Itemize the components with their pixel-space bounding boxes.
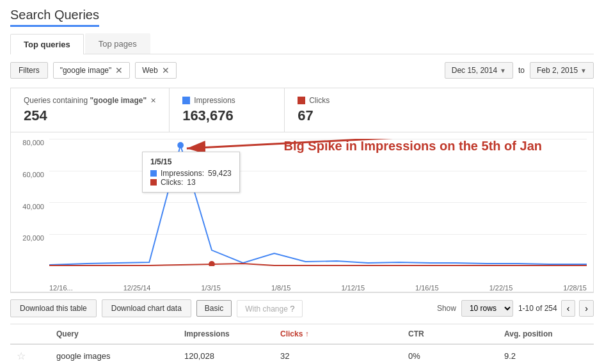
ctr-cell-1: 0% [402,344,498,364]
filter-tag-google-image: "google image" ✕ [53,62,131,79]
metric-queries: Queries containing "google image" ✕ 254 [11,88,170,132]
filter-tag-web-label: Web [142,66,157,75]
clicks-label: Clicks [309,96,330,105]
clicks-legend-dot [298,97,305,104]
table-row: ☆ google images 120,028 32 0% 9.2 [10,344,594,364]
data-table: Query Impressions Clicks ↑ CTR Avg. posi… [10,324,594,364]
impressions-spike-dot [177,142,184,148]
th-avg-position[interactable]: Avg. position [498,324,594,344]
download-table-button[interactable]: Download this table [10,299,97,317]
tooltip-impressions-dot [150,170,157,177]
x-axis: 12/16... 12/25/14 1/3/15 1/8/15 1/12/15 … [49,281,587,292]
filters-button[interactable]: Filters [10,62,48,79]
basic-button[interactable]: Basic [196,300,232,317]
pagination-text: 1-10 of 254 [518,304,557,313]
filter-tag-web-close[interactable]: ✕ [162,65,170,75]
date-to-button[interactable]: Feb 2, 2015 ▼ [530,62,594,79]
star-cell-1: ☆ [10,344,50,364]
chart-area: 1/5/15 Impressions: 59,423 Clicks: 13 [49,139,587,266]
chart-tooltip: 1/5/15 Impressions: 59,423 Clicks: 13 [142,152,240,193]
tooltip-impressions-row: Impressions: 59,423 [150,169,232,178]
y-label-80k: 80,000 [11,139,44,146]
show-label: Show [437,304,456,313]
y-label-60k: 60,000 [11,171,44,178]
impressions-label: Impressions [194,96,235,105]
date-from-label: Dec 15, 2014 [452,66,497,75]
with-change-button[interactable]: With change ? [237,300,303,317]
annotation-arrow [187,139,437,148]
x-label-6: 1/16/15 [415,284,439,292]
chart-svg [49,139,587,266]
y-label-40k: 40,000 [11,203,44,210]
help-icon[interactable]: ? [290,304,294,313]
x-label-5: 1/12/15 [341,284,365,292]
impressions-line [49,145,587,265]
th-clicks[interactable]: Clicks ↑ [274,324,402,344]
clicks-value: 67 [298,107,387,124]
tooltip-clicks-value: 13 [187,178,195,187]
star-icon-1[interactable]: ☆ [17,351,26,361]
tooltip-impressions-label: Impressions: [161,169,204,178]
page-title: Search Queries [10,8,99,27]
clicks-spike-dot [209,261,215,266]
date-from-arrow: ▼ [500,67,506,74]
date-to-label: Feb 2, 2015 [537,66,578,75]
queries-value: 254 [24,107,156,124]
metric-clicks: Clicks 67 [285,88,400,132]
x-label-3: 1/3/15 [201,284,221,292]
tab-top-pages[interactable]: Top pages [85,33,150,54]
date-from-button[interactable]: Dec 15, 2014 ▼ [445,62,513,79]
clicks-cell-1: 32 [274,344,402,364]
chart-container: Big Spike in Impressions on the 5th of J… [10,132,594,292]
tooltip-clicks-dot [150,179,157,186]
x-label-2: 12/25/14 [123,284,151,292]
x-label-4: 1/8/15 [271,284,291,292]
impressions-cell-1: 120,028 [178,344,274,364]
date-range: Dec 15, 2014 ▼ to Feb 2, 2015 ▼ [445,62,594,79]
filter-tag-google-image-close[interactable]: ✕ [115,65,123,75]
tabs: Top queries Top pages [10,33,594,54]
metrics-row: Queries containing "google image" ✕ 254 … [10,88,594,132]
toolbar: Filters "google image" ✕ Web ✕ Dec 15, 2… [10,62,594,79]
date-to-arrow: ▼ [580,67,587,74]
position-cell-1: 9.2 [498,344,594,364]
y-axis: 80,000 60,000 40,000 20,000 [11,139,48,266]
date-to-separator: to [518,66,525,75]
tooltip-impressions-value: 59,423 [208,169,232,178]
impressions-value: 163,676 [182,107,271,124]
with-change-label: With change [245,305,288,313]
bottom-toolbar: Download this table Download chart data … [10,292,594,324]
th-query[interactable]: Query [50,324,178,344]
filter-tag-google-image-label: "google image" [60,66,112,75]
tooltip-clicks-label: Clicks: [161,178,183,187]
th-star [10,324,50,344]
th-ctr[interactable]: CTR [402,324,498,344]
next-page-button[interactable]: › [579,300,594,317]
query-cell-1: google images [50,344,178,364]
prev-page-button[interactable]: ‹ [561,300,576,317]
queries-label: Queries containing "google image" [24,96,147,105]
tab-top-queries[interactable]: Top queries [10,34,84,54]
download-chart-button[interactable]: Download chart data [102,299,191,317]
x-label-8: 1/28/15 [563,284,587,292]
rows-select[interactable]: 10 rows 25 rows 50 rows [461,300,513,317]
tooltip-clicks-row: Clicks: 13 [150,178,232,187]
y-label-20k: 20,000 [11,234,44,242]
metric-impressions: Impressions 163,676 [170,88,285,132]
pagination: 1-10 of 254 ‹ › [518,300,594,317]
x-label-1: 12/16... [49,284,73,292]
table-header-row: Query Impressions Clicks ↑ CTR Avg. posi… [10,324,594,344]
tooltip-date: 1/5/15 [150,157,232,166]
impressions-legend-dot [182,97,190,104]
th-impressions[interactable]: Impressions [178,324,274,344]
x-label-7: 1/22/15 [489,284,513,292]
filter-tag-web: Web ✕ [135,62,176,79]
queries-close-icon[interactable]: ✕ [150,97,156,105]
